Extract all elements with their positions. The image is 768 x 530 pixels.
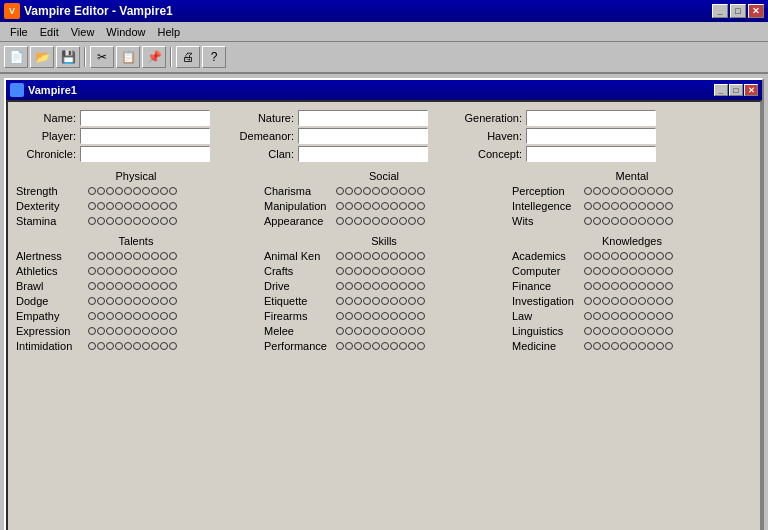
dot[interactable] [115,267,123,275]
dot[interactable] [336,312,344,320]
dot[interactable] [133,267,141,275]
dot[interactable] [88,342,96,350]
dot[interactable] [151,267,159,275]
dot[interactable] [133,297,141,305]
dot[interactable] [124,327,132,335]
dot[interactable] [390,297,398,305]
dot[interactable] [417,217,425,225]
dot[interactable] [363,202,371,210]
dot[interactable] [88,187,96,195]
dot[interactable] [656,252,664,260]
dot[interactable] [399,202,407,210]
dot[interactable] [638,202,646,210]
dot[interactable] [620,202,628,210]
dot[interactable] [372,267,380,275]
dot[interactable] [336,297,344,305]
dot[interactable] [336,267,344,275]
dot[interactable] [399,187,407,195]
dot[interactable] [629,327,637,335]
dot[interactable] [133,282,141,290]
dot[interactable] [584,282,592,290]
dot[interactable] [417,267,425,275]
dot[interactable] [363,297,371,305]
chronicle-input[interactable] [80,146,210,162]
dot[interactable] [336,217,344,225]
dot[interactable] [354,312,362,320]
dot[interactable] [584,312,592,320]
dot[interactable] [381,267,389,275]
dot[interactable] [106,267,114,275]
dot[interactable] [602,202,610,210]
dot[interactable] [133,217,141,225]
dot[interactable] [638,327,646,335]
new-button[interactable]: 📄 [4,46,28,68]
dot[interactable] [142,342,150,350]
dot[interactable] [593,327,601,335]
save-button[interactable]: 💾 [56,46,80,68]
dot[interactable] [408,282,416,290]
dot[interactable] [399,282,407,290]
dot[interactable] [647,202,655,210]
dot[interactable] [584,297,592,305]
dot[interactable] [142,217,150,225]
dot[interactable] [142,267,150,275]
open-button[interactable]: 📂 [30,46,54,68]
dot[interactable] [390,252,398,260]
dot[interactable] [363,217,371,225]
dot[interactable] [88,327,96,335]
dot[interactable] [417,312,425,320]
dot[interactable] [638,312,646,320]
dot[interactable] [354,297,362,305]
dot[interactable] [602,327,610,335]
dot[interactable] [363,187,371,195]
dot[interactable] [133,327,141,335]
dot[interactable] [354,217,362,225]
dot[interactable] [584,187,592,195]
dot[interactable] [638,187,646,195]
dot[interactable] [97,187,105,195]
dot[interactable] [372,202,380,210]
dot[interactable] [629,252,637,260]
dot[interactable] [372,187,380,195]
dot[interactable] [345,327,353,335]
dot[interactable] [602,252,610,260]
dot[interactable] [142,202,150,210]
dot[interactable] [88,282,96,290]
dot[interactable] [584,327,592,335]
dot[interactable] [97,282,105,290]
dot[interactable] [142,297,150,305]
dot[interactable] [160,312,168,320]
concept-input[interactable] [526,146,656,162]
dot[interactable] [629,217,637,225]
dot[interactable] [656,342,664,350]
dot[interactable] [372,282,380,290]
dot[interactable] [372,252,380,260]
dot[interactable] [106,342,114,350]
dot[interactable] [160,297,168,305]
dot[interactable] [97,327,105,335]
menu-file[interactable]: File [4,25,34,39]
dot[interactable] [620,297,628,305]
dot[interactable] [115,202,123,210]
dot[interactable] [665,297,673,305]
dot[interactable] [602,267,610,275]
dot[interactable] [611,342,619,350]
dot[interactable] [160,327,168,335]
dot[interactable] [354,267,362,275]
dot[interactable] [354,282,362,290]
dot[interactable] [620,282,628,290]
dot[interactable] [656,217,664,225]
dot[interactable] [665,202,673,210]
dot[interactable] [97,267,105,275]
dot[interactable] [354,327,362,335]
dot[interactable] [133,312,141,320]
dot[interactable] [390,267,398,275]
dot[interactable] [399,312,407,320]
dot[interactable] [151,202,159,210]
dot[interactable] [372,217,380,225]
dot[interactable] [665,327,673,335]
dot[interactable] [584,252,592,260]
dot[interactable] [647,267,655,275]
dot[interactable] [408,187,416,195]
dot[interactable] [629,267,637,275]
